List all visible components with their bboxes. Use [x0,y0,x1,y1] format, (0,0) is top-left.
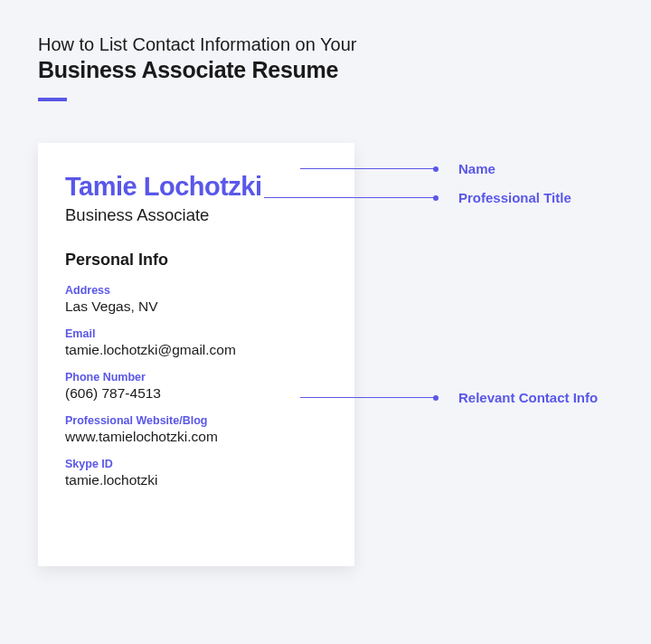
address-value: Las Vegas, NV [65,298,327,315]
header: How to List Contact Information on Your … [38,34,613,101]
annotation-dot [433,195,439,201]
annotation-line [264,197,434,199]
annotation-dot [433,166,439,172]
phone-label: Phone Number [65,371,327,384]
annotation-name-label: Name [458,161,495,176]
resume-card: Tamie Lochotzki Business Associate Perso… [38,143,354,566]
personal-info-heading: Personal Info [65,251,327,270]
address-label: Address [65,284,327,297]
email-label: Email [65,327,327,340]
candidate-title: Business Associate [65,205,327,225]
field-phone: Phone Number (606) 787-4513 [65,371,327,402]
email-value: tamie.lochotzki@gmail.com [65,342,327,358]
annotation-line [300,397,434,399]
annotation-contact: Relevant Contact Info [300,390,598,405]
annotation-name: Name [300,161,495,176]
header-title: Business Associate Resume [38,57,613,83]
content-area: Tamie Lochotzki Business Associate Perso… [38,143,613,566]
header-underline [38,98,67,101]
field-email: Email tamie.lochotzki@gmail.com [65,327,327,358]
website-label: Professional Website/Blog [65,414,327,427]
field-address: Address Las Vegas, NV [65,284,327,315]
annotation-dot [433,395,439,401]
skype-value: tamie.lochotzki [65,472,327,488]
annotation-title: Professional Title [264,190,571,205]
website-value: www.tamielochotzki.com [65,429,327,445]
phone-value: (606) 787-4513 [65,385,327,402]
skype-label: Skype ID [65,458,327,470]
annotation-contact-label: Relevant Contact Info [458,390,598,405]
field-website: Professional Website/Blog www.tamielocho… [65,414,327,445]
header-subtitle: How to List Contact Information on Your [38,34,613,55]
annotation-line [300,168,434,170]
annotation-title-label: Professional Title [458,190,571,205]
field-skype: Skype ID tamie.lochotzki [65,458,327,488]
